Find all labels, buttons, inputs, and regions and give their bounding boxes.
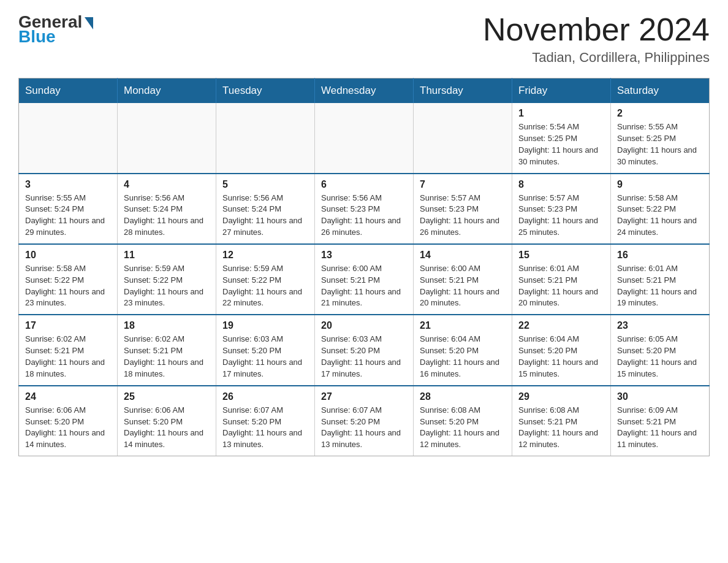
logo-arrow-icon [85, 17, 93, 29]
day-info: Sunrise: 5:57 AMSunset: 5:23 PMDaylight:… [420, 193, 506, 239]
weekday-header-sunday: Sunday [19, 79, 118, 104]
calendar-cell: 5Sunrise: 5:56 AMSunset: 5:24 PMDaylight… [216, 174, 315, 244]
day-info: Sunrise: 6:06 AMSunset: 5:20 PMDaylight:… [124, 405, 210, 451]
title-section: November 2024 Tadian, Cordillera, Philip… [483, 12, 710, 66]
day-number: 8 [518, 179, 604, 190]
day-number: 4 [124, 179, 210, 190]
day-number: 17 [25, 320, 111, 331]
day-info: Sunrise: 5:56 AMSunset: 5:24 PMDaylight:… [222, 193, 308, 239]
calendar-cell: 7Sunrise: 5:57 AMSunset: 5:23 PMDaylight… [414, 174, 512, 244]
day-number: 7 [420, 179, 506, 190]
calendar-table: SundayMondayTuesdayWednesdayThursdayFrid… [18, 78, 710, 456]
weekday-header-tuesday: Tuesday [216, 79, 315, 104]
calendar-cell: 2Sunrise: 5:55 AMSunset: 5:25 PMDaylight… [611, 103, 710, 173]
day-number: 10 [25, 250, 111, 261]
calendar-cell: 15Sunrise: 6:01 AMSunset: 5:21 PMDayligh… [512, 244, 611, 315]
day-number: 11 [124, 250, 210, 261]
calendar-week-row: 10Sunrise: 5:58 AMSunset: 5:22 PMDayligh… [19, 244, 710, 315]
calendar-cell: 29Sunrise: 6:08 AMSunset: 5:21 PMDayligh… [512, 386, 611, 456]
calendar-cell: 1Sunrise: 5:54 AMSunset: 5:25 PMDaylight… [512, 103, 611, 173]
day-info: Sunrise: 6:02 AMSunset: 5:21 PMDaylight:… [124, 334, 210, 380]
day-info: Sunrise: 5:55 AMSunset: 5:24 PMDaylight:… [25, 193, 111, 239]
calendar-cell [118, 103, 216, 173]
calendar-cell: 14Sunrise: 6:00 AMSunset: 5:21 PMDayligh… [414, 244, 512, 315]
calendar-cell: 24Sunrise: 6:06 AMSunset: 5:20 PMDayligh… [19, 386, 118, 456]
day-number: 29 [518, 391, 604, 402]
day-info: Sunrise: 6:04 AMSunset: 5:20 PMDaylight:… [518, 334, 604, 380]
logo-blue-text: Blue [18, 27, 56, 47]
day-info: Sunrise: 5:56 AMSunset: 5:24 PMDaylight:… [124, 193, 210, 239]
day-info: Sunrise: 6:01 AMSunset: 5:21 PMDaylight:… [617, 263, 703, 309]
day-number: 20 [321, 320, 407, 331]
day-info: Sunrise: 6:00 AMSunset: 5:21 PMDaylight:… [420, 263, 506, 309]
weekday-header-friday: Friday [512, 79, 611, 104]
calendar-cell: 27Sunrise: 6:07 AMSunset: 5:20 PMDayligh… [315, 386, 414, 456]
day-number: 6 [321, 179, 407, 190]
weekday-header-monday: Monday [118, 79, 216, 104]
calendar-cell [19, 103, 118, 173]
logo: General Blue [18, 12, 93, 47]
calendar-cell: 23Sunrise: 6:05 AMSunset: 5:20 PMDayligh… [611, 315, 710, 385]
day-info: Sunrise: 5:57 AMSunset: 5:23 PMDaylight:… [518, 193, 604, 239]
day-info: Sunrise: 6:03 AMSunset: 5:20 PMDaylight:… [321, 334, 407, 380]
day-number: 9 [617, 179, 703, 190]
day-number: 13 [321, 250, 407, 261]
calendar-week-row: 24Sunrise: 6:06 AMSunset: 5:20 PMDayligh… [19, 386, 710, 456]
calendar-cell: 25Sunrise: 6:06 AMSunset: 5:20 PMDayligh… [118, 386, 216, 456]
day-number: 24 [25, 391, 111, 402]
day-number: 14 [420, 250, 506, 261]
day-info: Sunrise: 6:08 AMSunset: 5:20 PMDaylight:… [420, 405, 506, 451]
day-number: 19 [222, 320, 308, 331]
day-info: Sunrise: 6:00 AMSunset: 5:21 PMDaylight:… [321, 263, 407, 309]
day-info: Sunrise: 6:01 AMSunset: 5:21 PMDaylight:… [518, 263, 604, 309]
day-info: Sunrise: 6:09 AMSunset: 5:21 PMDaylight:… [617, 405, 703, 451]
day-number: 16 [617, 250, 703, 261]
calendar-week-row: 1Sunrise: 5:54 AMSunset: 5:25 PMDaylight… [19, 103, 710, 173]
day-number: 27 [321, 391, 407, 402]
calendar-cell: 3Sunrise: 5:55 AMSunset: 5:24 PMDaylight… [19, 174, 118, 244]
calendar-cell: 11Sunrise: 5:59 AMSunset: 5:22 PMDayligh… [118, 244, 216, 315]
calendar-cell: 26Sunrise: 6:07 AMSunset: 5:20 PMDayligh… [216, 386, 315, 456]
day-number: 26 [222, 391, 308, 402]
day-info: Sunrise: 5:58 AMSunset: 5:22 PMDaylight:… [25, 263, 111, 309]
calendar-cell: 12Sunrise: 5:59 AMSunset: 5:22 PMDayligh… [216, 244, 315, 315]
calendar-cell: 20Sunrise: 6:03 AMSunset: 5:20 PMDayligh… [315, 315, 414, 385]
day-number: 2 [617, 108, 703, 119]
day-info: Sunrise: 6:02 AMSunset: 5:21 PMDaylight:… [25, 334, 111, 380]
calendar-cell: 19Sunrise: 6:03 AMSunset: 5:20 PMDayligh… [216, 315, 315, 385]
day-number: 3 [25, 179, 111, 190]
calendar-cell: 10Sunrise: 5:58 AMSunset: 5:22 PMDayligh… [19, 244, 118, 315]
location-title: Tadian, Cordillera, Philippines [483, 50, 710, 66]
day-number: 28 [420, 391, 506, 402]
calendar-cell: 30Sunrise: 6:09 AMSunset: 5:21 PMDayligh… [611, 386, 710, 456]
weekday-header-thursday: Thursday [414, 79, 512, 104]
calendar-cell [414, 103, 512, 173]
day-number: 5 [222, 179, 308, 190]
day-number: 18 [124, 320, 210, 331]
calendar-cell: 28Sunrise: 6:08 AMSunset: 5:20 PMDayligh… [414, 386, 512, 456]
calendar-cell: 16Sunrise: 6:01 AMSunset: 5:21 PMDayligh… [611, 244, 710, 315]
calendar-cell: 21Sunrise: 6:04 AMSunset: 5:20 PMDayligh… [414, 315, 512, 385]
day-info: Sunrise: 5:59 AMSunset: 5:22 PMDaylight:… [222, 263, 308, 309]
calendar-cell: 18Sunrise: 6:02 AMSunset: 5:21 PMDayligh… [118, 315, 216, 385]
day-info: Sunrise: 5:58 AMSunset: 5:22 PMDaylight:… [617, 193, 703, 239]
calendar-cell: 22Sunrise: 6:04 AMSunset: 5:20 PMDayligh… [512, 315, 611, 385]
calendar-cell: 17Sunrise: 6:02 AMSunset: 5:21 PMDayligh… [19, 315, 118, 385]
day-info: Sunrise: 5:55 AMSunset: 5:25 PMDaylight:… [617, 121, 703, 167]
calendar-cell [216, 103, 315, 173]
day-info: Sunrise: 5:59 AMSunset: 5:22 PMDaylight:… [124, 263, 210, 309]
day-number: 22 [518, 320, 604, 331]
day-info: Sunrise: 6:08 AMSunset: 5:21 PMDaylight:… [518, 405, 604, 451]
day-info: Sunrise: 6:07 AMSunset: 5:20 PMDaylight:… [222, 405, 308, 451]
calendar-cell: 8Sunrise: 5:57 AMSunset: 5:23 PMDaylight… [512, 174, 611, 244]
day-number: 23 [617, 320, 703, 331]
calendar-cell: 6Sunrise: 5:56 AMSunset: 5:23 PMDaylight… [315, 174, 414, 244]
calendar-week-row: 3Sunrise: 5:55 AMSunset: 5:24 PMDaylight… [19, 174, 710, 244]
calendar-cell [315, 103, 414, 173]
calendar-cell: 4Sunrise: 5:56 AMSunset: 5:24 PMDaylight… [118, 174, 216, 244]
month-title: November 2024 [483, 12, 710, 47]
calendar-cell: 13Sunrise: 6:00 AMSunset: 5:21 PMDayligh… [315, 244, 414, 315]
weekday-header-saturday: Saturday [611, 79, 710, 104]
day-info: Sunrise: 5:56 AMSunset: 5:23 PMDaylight:… [321, 193, 407, 239]
weekday-header-wednesday: Wednesday [315, 79, 414, 104]
